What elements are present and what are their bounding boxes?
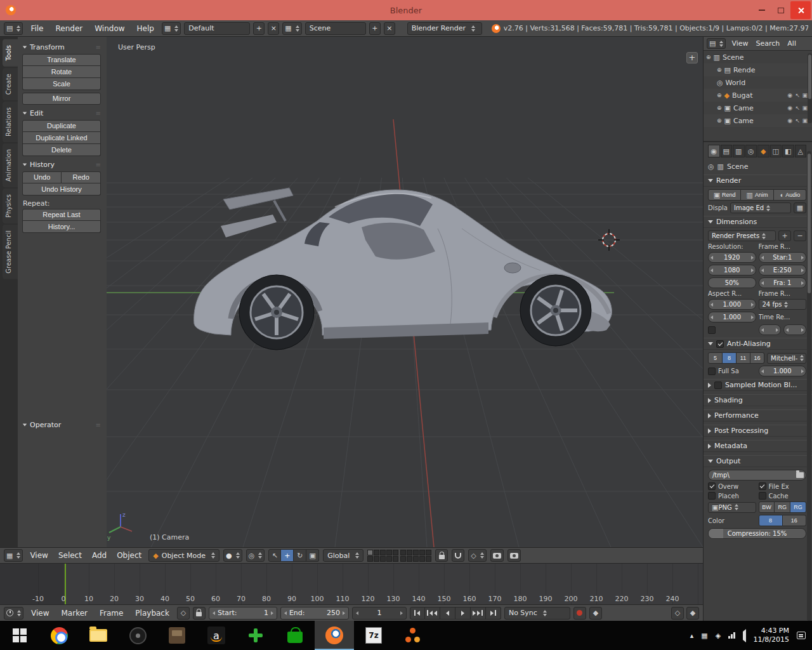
resolution-y-field[interactable]: 1080 [708, 265, 756, 275]
tray-grid-icon[interactable]: ▦ [701, 632, 707, 640]
tab-grease-pencil[interactable]: Grease Pencil [3, 225, 18, 279]
editor-type-button[interactable] [4, 607, 23, 620]
time-remap-new-field[interactable] [783, 324, 806, 335]
sync-dropdown[interactable]: No Sync [504, 607, 570, 620]
media-app-taskbar-button[interactable] [118, 621, 157, 650]
compression-slider[interactable]: Compression: 15% [708, 528, 806, 539]
scale-manipulator-button[interactable]: ▣ [306, 549, 319, 562]
minimize-button[interactable] [752, 1, 771, 19]
menu-marker[interactable]: Marker [56, 609, 91, 618]
frame-start-field[interactable]: Star:1 [759, 252, 807, 263]
antialiasing-checkbox[interactable] [716, 340, 724, 348]
tab-object[interactable]: ◆ [757, 145, 769, 157]
taskbar-clock[interactable]: 4:43 PM 11/8/2015 [754, 627, 789, 645]
preset-remove-button[interactable]: − [794, 230, 806, 241]
viewport-canvas[interactable]: z y User Persp (1) Camera + [107, 37, 703, 547]
timeline-ruler[interactable]: -100102030405060708090100110120130140150… [0, 564, 703, 604]
keying-set-button[interactable]: ◆ [589, 607, 602, 620]
outliner-row-camera2[interactable]: ⊕ ▣ Came ◉ ↖ ▣ [704, 114, 812, 127]
scene-add-button[interactable]: + [369, 22, 381, 35]
color-bw-button[interactable]: BW [759, 501, 775, 513]
layout-browse-button[interactable]: ▦ [162, 22, 181, 35]
outliner-tab-search[interactable]: Search [754, 39, 782, 48]
blender-taskbar-button[interactable] [315, 621, 354, 650]
editor-type-button[interactable]: ▤ [707, 38, 726, 49]
chrome-taskbar-button[interactable] [39, 621, 79, 650]
shading-dropdown[interactable]: ● [223, 549, 242, 562]
lock-frame-button[interactable] [193, 607, 206, 620]
file-extensions-checkbox[interactable] [759, 482, 766, 490]
history-menu-button[interactable]: History... [22, 221, 101, 233]
prev-keyframe-button[interactable] [425, 607, 440, 620]
depth-8-button[interactable]: 8 [759, 515, 783, 526]
mirror-button[interactable]: Mirror [22, 93, 101, 105]
action-center-icon[interactable] [797, 632, 806, 639]
repeat-last-button[interactable]: Repeat Last [22, 209, 101, 221]
border-checkbox[interactable] [708, 326, 716, 334]
sampled-motion-blur-section-header[interactable]: Sampled Motion Bl... [704, 379, 812, 391]
menu-render[interactable]: Render [51, 24, 88, 33]
history-panel-header[interactable]: History≡ [22, 159, 101, 170]
outliner-scrollbar[interactable] [808, 53, 812, 123]
menu-view[interactable]: View [27, 551, 51, 560]
aa-samples-8-button[interactable]: 8 [723, 352, 737, 364]
aspect-x-field[interactable]: 1.000 [708, 299, 756, 310]
depth-16-button[interactable]: 16 [783, 515, 806, 526]
maximize-button[interactable] [771, 1, 790, 19]
delete-button[interactable]: Delete [22, 144, 101, 156]
frame-end-field[interactable]: End:250 [280, 607, 349, 620]
opengl-render-anim-button[interactable] [508, 549, 521, 562]
scene-name-field[interactable]: Scene [305, 22, 366, 35]
jump-to-end-button[interactable] [486, 607, 501, 620]
box-app-taskbar-button[interactable] [157, 621, 197, 650]
menu-add[interactable]: Add [89, 551, 110, 560]
output-path-field[interactable]: /tmp\ [708, 470, 806, 481]
engine-dropdown[interactable]: Blender Render [407, 22, 482, 35]
menu-playback[interactable]: Playback [131, 609, 174, 618]
expand-icon[interactable]: ⊕ [717, 93, 722, 98]
snap-target-dropdown[interactable]: ◇ [468, 549, 486, 562]
dimensions-section-header[interactable]: Dimensions [704, 216, 812, 228]
menu-frame[interactable]: Frame [95, 609, 128, 618]
mode-dropdown[interactable]: ◆Object Mode [148, 549, 219, 562]
tab-animation[interactable]: Animation [3, 143, 18, 187]
visibility-eye-icon[interactable]: ◉ [787, 117, 792, 124]
expand-icon[interactable]: ⊕ [717, 118, 722, 124]
pin-icon[interactable]: ◎ [708, 163, 714, 170]
outliner-row-scene[interactable]: ⊕ ▥ Scene [704, 51, 812, 63]
tab-render[interactable]: ◉ [708, 145, 720, 157]
pivot-dropdown[interactable]: ◎ [246, 549, 265, 562]
tab-render-layers[interactable]: ▤ [721, 145, 733, 157]
visibility-eye-icon[interactable]: ◉ [787, 92, 792, 98]
cache-result-checkbox[interactable] [759, 492, 766, 500]
current-frame-field[interactable]: 1 [352, 607, 407, 620]
transform-panel-header[interactable]: Transform≡ [22, 41, 101, 53]
menu-object[interactable]: Object [114, 551, 145, 560]
close-button[interactable] [790, 1, 811, 19]
tab-world[interactable]: ◎ [745, 145, 757, 157]
antialiasing-section-header[interactable]: Anti-Aliasing [704, 338, 812, 350]
outliner-row-world[interactable]: ◎ World [704, 76, 812, 89]
editor-type-button[interactable]: ▦ [4, 549, 23, 562]
selectable-icon[interactable]: ↖ [795, 92, 800, 98]
tab-object-data[interactable]: ◬ [795, 145, 807, 157]
tab-physics[interactable]: Physics [3, 189, 18, 223]
blender-splash-icon[interactable] [492, 24, 501, 33]
properties-scrollbar[interactable] [807, 151, 811, 621]
region-expand-button[interactable]: + [686, 52, 698, 63]
fps-dropdown[interactable]: 24 fps [759, 299, 807, 310]
editor-type-button[interactable]: ▤ [4, 22, 23, 35]
layout-delete-button[interactable]: × [268, 22, 279, 35]
outliner-row-bugatti[interactable]: ⊕ ◆ Bugat ◉ ↖ ▣ [704, 89, 812, 102]
undo-button[interactable]: Undo [22, 171, 62, 183]
panel-grip-icon[interactable]: ≡ [96, 161, 101, 168]
panel-grip-icon[interactable]: ≡ [96, 421, 101, 428]
expand-icon[interactable]: ⊕ [706, 55, 711, 60]
overwrite-checkbox[interactable] [708, 482, 716, 490]
volume-icon[interactable] [743, 632, 746, 640]
aa-samples-16-button[interactable]: 16 [750, 352, 764, 364]
animation-button[interactable]: ▥Anim [741, 189, 773, 201]
start-button[interactable] [0, 621, 39, 650]
outliner-tab-all[interactable]: All [785, 39, 798, 48]
display-screen-button[interactable]: ▦ [794, 202, 806, 213]
